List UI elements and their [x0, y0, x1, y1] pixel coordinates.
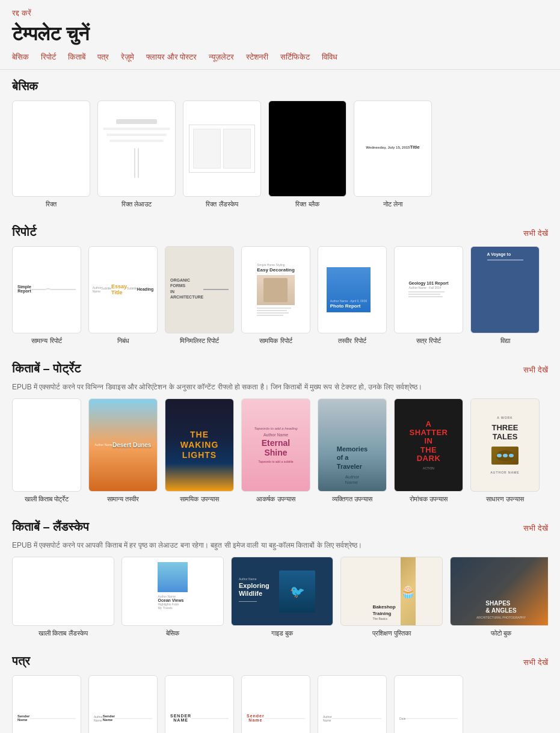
template-blank-landscape-book[interactable]: खाली किताब लैंडस्केप — [12, 557, 114, 637]
template-blank-book[interactable]: खाली किताब पोर्ट्रेट — [12, 398, 81, 503]
tab-stationery[interactable]: स्टेशनरी — [246, 52, 268, 62]
blank-landscape-thumbnail — [183, 101, 261, 197]
blank-landscape-book-thumbnail — [12, 557, 114, 626]
template-photo-report[interactable]: Author Name · April 0, 0000 Photo Report… — [318, 246, 387, 345]
tab-resume[interactable]: रेज़ूमे — [121, 52, 134, 62]
three-tales-thumbnail: A WORK THREETALES AUTHOR NAME — [470, 398, 540, 492]
blank-layout-thumbnail — [97, 101, 176, 197]
letter-5-thumbnail: Author Name — [318, 675, 387, 733]
photo-report-label: तस्वीर रिपोर्ट — [338, 337, 366, 345]
essay-label: निबंध — [117, 337, 129, 345]
template-blank[interactable]: रिक्त — [12, 101, 90, 208]
simple-report-thumbnail: Simple Report — [12, 246, 81, 333]
minimalist-report-label: मिनिमलिस्ट रिपोर्ट — [180, 337, 219, 345]
tab-letter[interactable]: पत्र — [97, 52, 109, 62]
letter-1-thumbnail: Sender Name — [12, 675, 81, 733]
books-portrait-row: खाली किताब पोर्ट्रेट Author Name Desert … — [12, 398, 548, 503]
blank-book-label: खाली किताब पोर्ट्रेट — [25, 495, 69, 503]
blank-book-thumbnail — [12, 398, 81, 492]
template-desert-dunes[interactable]: Author Name Desert Dunes सामान्य तस्वीर — [88, 398, 158, 503]
template-letter-5[interactable]: Author Name — [318, 675, 387, 733]
template-shatter-dark[interactable]: ASHATTERINTHEDARK ACTION रोमांचक उपन्यास — [394, 398, 463, 503]
tab-report[interactable]: रिपोर्ट — [41, 52, 56, 62]
blank-landscape-label: रिक्त लैंडस्केप — [206, 200, 238, 208]
basic-templates-row: रिक्त रिक्त लेआउट — [12, 101, 548, 208]
template-letter-3[interactable]: SENDER NAME — [165, 675, 234, 733]
training-booklet-label: प्रशिक्षण पुस्तिका — [372, 629, 411, 637]
letter-2-thumbnail: Author Name Sender Name — [88, 675, 158, 733]
letter-section: पत्र सभी देखें Sender Name — [12, 654, 548, 733]
letter-section-title: पत्र — [12, 654, 30, 668]
books-landscape-row: खाली किताब लैंडस्केप Author Name Ocean V… — [12, 557, 548, 637]
template-letter-4[interactable]: Sender Name — [241, 675, 310, 733]
essay-thumbnail: Author Name Subtitle Essay Title Subtitl… — [88, 246, 158, 333]
photo-book-thumbnail: SHAPES& ANGLES ARCHITECTURAL PHOTOGRAPHY — [450, 557, 548, 626]
report-section: रिपोर्ट सभी देखें Simple Report — [12, 225, 548, 345]
template-essay[interactable]: Author Name Subtitle Essay Title Subtitl… — [88, 246, 158, 345]
books-portrait-title: किताबें – पोर्ट्रेट — [12, 362, 81, 376]
template-minimalist-report[interactable]: ORGANIC FORMSIN ARCHITECTURE मिनिमलिस्ट … — [165, 246, 234, 345]
blank-black-label: रिक्त ब्लैक — [295, 200, 319, 208]
template-note-taking[interactable]: Wednesday, July 15, 2015 Title नोट लेना — [354, 101, 432, 208]
note-taking-label: नोट लेना — [383, 200, 402, 208]
books-portrait-section: किताबें – पोर्ट्रेट सभी देखें EPUB में ए… — [12, 362, 548, 503]
letter-3-thumbnail: SENDER NAME — [165, 675, 234, 733]
template-geology-report[interactable]: Geology 101 Report Author Name · Fall 20… — [394, 246, 463, 345]
waking-lights-label: सामयिक उपन्यास — [180, 495, 218, 503]
minimalist-report-thumbnail: ORGANIC FORMSIN ARCHITECTURE — [165, 246, 234, 333]
three-tales-label: साधारण उपन्यास — [486, 495, 524, 503]
template-eternal-shine[interactable]: Tapwords to add a heading Author Name Et… — [241, 398, 310, 503]
template-blank-black[interactable]: रिक्त ब्लैक — [268, 101, 346, 208]
books-portrait-see-all[interactable]: सभी देखें — [523, 365, 548, 375]
basic-landscape-thumbnail: Author Name Ocean Views Highlights FromM… — [122, 557, 224, 626]
guide-book-label: गाइड बुक — [271, 629, 293, 637]
template-guide-book[interactable]: Author Name ExploringWildlife 🐦 गाइड बुक — [231, 557, 333, 637]
books-landscape-subtitle: EPUB में एक्सपोर्ट करने पर आपकी किताब मे… — [12, 541, 548, 549]
template-letter-1[interactable]: Sender Name — [12, 675, 81, 733]
template-simple-report[interactable]: Simple Report सामान्य रिपोर्ट — [12, 246, 81, 345]
desert-dunes-label: सामान्य तस्वीर — [107, 495, 139, 503]
template-letter-6[interactable]: Date — [394, 675, 463, 733]
tab-basic[interactable]: बेसिक — [12, 52, 29, 62]
letter-4-thumbnail: Sender Name — [241, 675, 310, 733]
blank-layout-label: रिक्त लेआउट — [122, 200, 152, 208]
basic-section-title: बेसिक — [12, 79, 38, 93]
tab-flyer[interactable]: फ्लायर और पोस्टर — [146, 52, 197, 62]
eternal-shine-thumbnail: Tapwords to add a heading Author Name Et… — [241, 398, 310, 492]
template-voyage-report[interactable]: A Voyage to विद्या — [470, 246, 540, 345]
tab-misc[interactable]: विविध — [322, 52, 337, 62]
blank-landscape-book-label: खाली किताब लैंडस्केप — [38, 629, 87, 637]
basic-landscape-label: बेसिक — [166, 629, 179, 637]
template-letter-2[interactable]: Author Name Sender Name — [88, 675, 158, 733]
report-templates-row: Simple Report सामान्य रिपोर्ट — [12, 246, 548, 345]
books-landscape-see-all[interactable]: सभी देखें — [523, 524, 548, 533]
shatter-dark-label: रोमांचक उपन्यास — [410, 495, 448, 503]
memories-traveler-label: व्यक्तिगत उपन्यास — [332, 495, 372, 503]
report-section-title: रिपोर्ट — [12, 225, 36, 239]
training-booklet-thumbnail: BakeshopTraining The Basics 🧁 — [340, 557, 443, 626]
template-memories-traveler[interactable]: Memoriesof aTraveler AuthorName व्यक्तिग… — [318, 398, 387, 503]
voyage-report-thumbnail: A Voyage to — [470, 246, 540, 333]
tab-certificate[interactable]: सर्टिफिकेट — [280, 52, 310, 62]
template-basic-landscape[interactable]: Author Name Ocean Views Highlights FromM… — [122, 557, 224, 637]
template-three-tales[interactable]: A WORK THREETALES AUTHOR NAME — [470, 398, 540, 503]
blank-black-thumbnail — [268, 101, 346, 197]
memories-traveler-thumbnail: Memoriesof aTraveler AuthorName — [318, 398, 387, 492]
eternal-shine-label: आकर्षक उपन्यास — [256, 495, 295, 503]
books-landscape-title: किताबें – लैंडस्केप — [12, 520, 89, 534]
template-training-booklet[interactable]: BakeshopTraining The Basics 🧁 प्रशिक्षण … — [340, 557, 443, 637]
template-waking-lights[interactable]: THEWAKINGLIGHTS सामयिक उपन्यास — [165, 398, 234, 503]
guide-book-thumbnail: Author Name ExploringWildlife 🐦 — [231, 557, 333, 626]
template-contemporary-report[interactable]: Simple Home Styling Easy Decorating — [241, 246, 310, 345]
template-blank-layout[interactable]: रिक्त लेआउट — [97, 101, 176, 208]
letter-see-all[interactable]: सभी देखें — [523, 658, 548, 667]
template-blank-landscape[interactable]: रिक्त लैंडस्केप — [183, 101, 261, 208]
blank-label: रिक्त — [46, 200, 57, 208]
tab-books[interactable]: किताबें — [68, 52, 85, 62]
geology-report-thumbnail: Geology 101 Report Author Name · Fall 20… — [394, 246, 463, 333]
report-see-all[interactable]: सभी देखें — [523, 229, 548, 238]
tab-newsletter[interactable]: न्यूज़लेटर — [209, 52, 234, 62]
cancel-button[interactable]: रद्द करें — [12, 8, 31, 17]
photo-report-thumbnail: Author Name · April 0, 0000 Photo Report — [318, 246, 387, 333]
template-photo-book[interactable]: SHAPES& ANGLES ARCHITECTURAL PHOTOGRAPHY… — [450, 557, 548, 637]
